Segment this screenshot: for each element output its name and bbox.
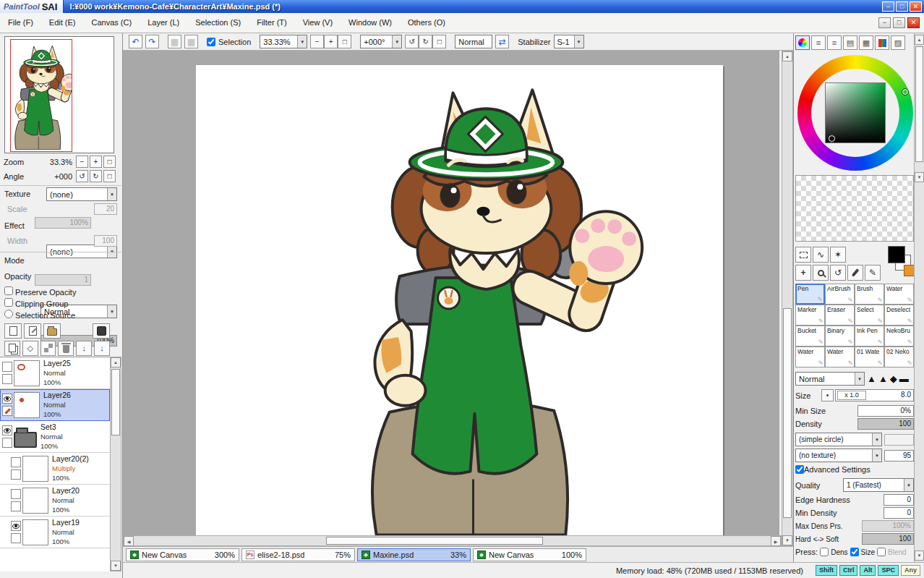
tool-airbrush[interactable]: AirBrush✎ bbox=[825, 284, 855, 305]
rect-select-tool-button[interactable] bbox=[795, 247, 811, 263]
menu-view[interactable]: View (V) bbox=[295, 13, 341, 33]
flip-view-button[interactable]: ⇄ bbox=[495, 35, 509, 48]
layer-thumbnail[interactable] bbox=[22, 456, 48, 482]
menu-edit[interactable]: Edit (E) bbox=[41, 13, 84, 33]
hard-soft-slider[interactable]: 100 bbox=[862, 533, 914, 545]
preserve-opacity-checkbox[interactable] bbox=[4, 286, 13, 295]
scroll-up-button[interactable]: ▲ bbox=[915, 35, 924, 45]
zoom-out-button[interactable]: − bbox=[310, 35, 324, 48]
menu-others[interactable]: Others (O) bbox=[400, 13, 453, 33]
layer-row[interactable]: Layer25 Normal 100% bbox=[0, 357, 110, 389]
brush-tip-bar-icon[interactable]: ▬ bbox=[899, 373, 909, 384]
scrollbar-thumb[interactable] bbox=[111, 369, 120, 435]
press-blend-checkbox[interactable] bbox=[877, 548, 886, 556]
minimize-button[interactable]: − bbox=[882, 1, 894, 12]
brush-texture-strength[interactable]: 95 bbox=[884, 450, 914, 462]
brush-shape-combo[interactable]: (simple circle) ▼ bbox=[795, 433, 882, 446]
layer-texture-combo[interactable]: (none) ▼ bbox=[46, 187, 117, 201]
tool-nekobru[interactable]: NekoBru✎ bbox=[884, 326, 914, 347]
press-size-checkbox[interactable] bbox=[850, 548, 859, 556]
doc-close-button[interactable]: ✕ bbox=[907, 17, 920, 28]
layer-extra-toggle[interactable] bbox=[2, 374, 12, 384]
eyedropper-tool-button[interactable] bbox=[847, 265, 863, 281]
rotate-cw-button[interactable]: ↻ bbox=[419, 35, 432, 48]
tool-water3[interactable]: Water✎ bbox=[825, 347, 855, 367]
move-tool-button[interactable]: + bbox=[795, 265, 811, 281]
nav-rotate-cw-button[interactable]: ↻ bbox=[90, 170, 102, 182]
min-density-value[interactable]: 0 bbox=[884, 507, 914, 519]
tab-maxine-selected[interactable]: ◆ Maxine.psd 33% bbox=[357, 548, 471, 561]
scrollbar-thumb[interactable] bbox=[783, 308, 792, 518]
angle-combo[interactable]: +000° ▼ bbox=[360, 35, 402, 48]
selection-source-radio[interactable] bbox=[4, 310, 13, 318]
custom-palette-tab-button[interactable] bbox=[875, 35, 889, 50]
view-blend-box[interactable]: Normal bbox=[455, 35, 492, 48]
canvas-horizontal-scrollbar[interactable]: ◀ ▶ bbox=[123, 535, 782, 546]
delete-layer-button[interactable] bbox=[58, 341, 74, 356]
tool-water2[interactable]: Water✎ bbox=[795, 347, 825, 367]
rotate-ccw-button[interactable]: ↺ bbox=[405, 35, 419, 48]
canvas-area[interactable] bbox=[123, 51, 779, 546]
brush-tip-triangle-icon[interactable]: ▲ bbox=[867, 373, 876, 384]
transfer-down-button[interactable]: ↓ bbox=[76, 341, 92, 356]
tool-binary[interactable]: Binary✎ bbox=[825, 326, 855, 347]
nav-rotate-reset-button[interactable]: □ bbox=[103, 170, 116, 182]
brush-texture-combo[interactable]: (no texture) ▼ bbox=[795, 449, 882, 462]
saturation-value-square[interactable] bbox=[825, 82, 886, 143]
right-panel-scrollbar[interactable]: ▲ ▼ ▼ bbox=[914, 33, 924, 562]
layer-row[interactable]: Layer20(2) Multiply 100% bbox=[0, 453, 110, 485]
menu-window[interactable]: Window (W) bbox=[341, 13, 400, 33]
undo-button[interactable]: ↶ bbox=[129, 35, 142, 48]
brush-size-slider[interactable]: x 1.0 8.0 bbox=[835, 389, 914, 401]
primary-color-swatch[interactable] bbox=[888, 246, 905, 263]
key-indicator-spc[interactable]: SPC bbox=[878, 565, 899, 576]
nav-rotate-ccw-button[interactable]: ↺ bbox=[76, 170, 88, 182]
layer-visibility-toggle[interactable] bbox=[11, 489, 21, 499]
layer-extra-toggle[interactable] bbox=[11, 533, 21, 543]
scroll-down-button[interactable]: ▼ bbox=[782, 535, 792, 545]
effect-width-slider[interactable]: 1 bbox=[35, 274, 91, 286]
new-layer-button[interactable] bbox=[4, 323, 22, 339]
layer-edit-indicator[interactable] bbox=[2, 406, 12, 416]
layer-row[interactable]: Layer19 Normal 100% bbox=[0, 517, 110, 548]
press-dens-checkbox[interactable] bbox=[820, 548, 829, 556]
clear-layer-button[interactable] bbox=[40, 341, 56, 356]
zoom-reset-button[interactable]: □ bbox=[338, 35, 351, 48]
key-indicator-shift[interactable]: Shift bbox=[816, 565, 837, 576]
maximize-button[interactable]: □ bbox=[896, 1, 908, 12]
rotate-reset-button[interactable]: □ bbox=[432, 35, 446, 48]
swatches2-tab-button[interactable]: ▦ bbox=[859, 35, 873, 50]
color-wheel[interactable] bbox=[797, 55, 913, 171]
layer-visibility-toggle[interactable] bbox=[2, 362, 12, 372]
zoom-tool-button[interactable] bbox=[813, 265, 829, 281]
tool-bucket[interactable]: Bucket✎ bbox=[795, 326, 825, 347]
layer-row-selected[interactable]: Layer26 Normal 100% bbox=[0, 389, 110, 421]
layer-extra-toggle[interactable] bbox=[2, 438, 12, 448]
zoom-in-button[interactable]: + bbox=[324, 35, 338, 48]
key-indicator-ctrl[interactable]: Ctrl bbox=[839, 565, 858, 576]
lasso-tool-button[interactable]: ∿ bbox=[813, 247, 829, 263]
layer-extra-toggle[interactable] bbox=[11, 501, 21, 511]
layer-visibility-toggle[interactable] bbox=[2, 425, 12, 435]
brush-shape-strength[interactable] bbox=[884, 434, 914, 446]
brush-tip-diamond-icon[interactable]: ◆ bbox=[890, 373, 897, 384]
brush-tip-triangle2-icon[interactable]: ▲ bbox=[878, 373, 888, 384]
magic-wand-tool-button[interactable]: ✶ bbox=[830, 247, 846, 263]
new-layer-set-button[interactable] bbox=[43, 323, 61, 339]
scroll-up-button[interactable]: ▲ bbox=[782, 51, 792, 61]
effect-strength-box[interactable]: 100 bbox=[94, 235, 117, 247]
scrollbar-thumb[interactable] bbox=[326, 537, 543, 545]
merge-down-button[interactable]: ◇ bbox=[22, 341, 38, 356]
canvas-document[interactable] bbox=[196, 65, 723, 535]
max-dens-slider[interactable]: 100% bbox=[862, 520, 914, 532]
advanced-settings-checkbox[interactable] bbox=[795, 465, 804, 474]
tool-inkpen[interactable]: Ink Pen✎ bbox=[855, 326, 884, 347]
layer-extra-toggle[interactable] bbox=[11, 469, 21, 480]
layer-list-scrollbar[interactable]: ▲ ▼ bbox=[110, 357, 121, 571]
layer-visibility-toggle[interactable] bbox=[11, 521, 21, 531]
scroll-left-button[interactable]: ◀ bbox=[124, 536, 134, 546]
tab-new-canvas-1[interactable]: ◆ New Canvas 300% bbox=[126, 548, 239, 561]
hue-cursor[interactable] bbox=[902, 89, 908, 95]
layer-thumbnail[interactable] bbox=[22, 519, 48, 545]
stabilizer-combo[interactable]: S-1 ▼ bbox=[554, 35, 584, 48]
